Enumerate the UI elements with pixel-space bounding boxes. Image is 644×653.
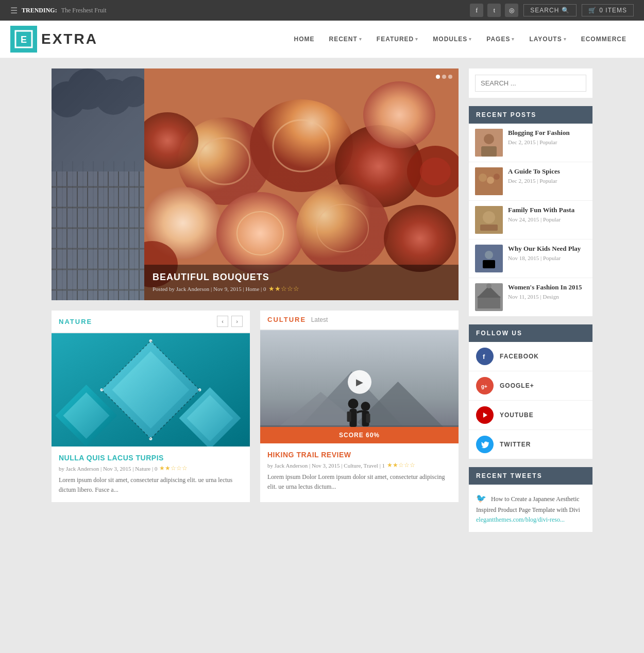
hero-caption-title: BEAUTIFUL BOUQUETS <box>152 272 450 283</box>
svg-point-31 <box>363 81 435 148</box>
modules-arrow-icon: ▾ <box>469 37 472 42</box>
hero-rating: ★★☆☆☆ <box>268 285 299 293</box>
svg-text:E: E <box>21 35 27 45</box>
follow-youtube[interactable]: YOUTUBE <box>469 401 592 430</box>
nav-modules[interactable]: MODULES ▾ <box>426 30 479 48</box>
sidebar-search-input[interactable] <box>475 75 586 92</box>
youtube-label: YOUTUBE <box>500 411 534 419</box>
youtube-follow-icon <box>476 406 494 424</box>
nature-column: NATURE ‹ › <box>52 311 250 502</box>
post-thumb-2 <box>475 167 503 195</box>
recent-arrow-icon: ▾ <box>359 37 362 42</box>
post-title-1: Blogging For Fashion <box>508 129 586 138</box>
play-button[interactable]: ▶ <box>348 370 371 394</box>
svg-point-78 <box>485 251 493 259</box>
svg-point-38 <box>420 158 451 185</box>
culture-title-group: CULTURE Latest <box>267 316 328 324</box>
menu-icon[interactable]: ☰ <box>10 6 18 15</box>
follow-widget: FOLLOW US f FACEBOOK g+ GOOGLE+ YOUTUBE <box>469 324 592 459</box>
hero-left-image <box>52 68 144 300</box>
recent-post-4[interactable]: Why Our Kids Need Play Nov 18, 2015 | Po… <box>469 239 592 278</box>
svg-marker-86 <box>483 413 487 418</box>
hero-dot-2[interactable] <box>442 75 446 79</box>
tweets-header: RECENT TWEETS <box>469 467 592 485</box>
nature-card-title: NULLA QUIS LACUS TURPIS <box>59 454 243 462</box>
svg-rect-76 <box>480 225 498 231</box>
post-info-4: Why Our Kids Need Play Nov 18, 2015 | Po… <box>508 245 586 261</box>
tweet-bird-icon: 🐦 <box>476 494 486 503</box>
nature-next-button[interactable]: › <box>231 316 243 327</box>
featured-arrow-icon: ▾ <box>415 37 418 42</box>
facebook-topbar-icon[interactable]: f <box>470 4 483 17</box>
recent-posts-header: RECENT POSTS <box>469 106 592 124</box>
post-thumb-3 <box>475 206 503 234</box>
pages-arrow-icon: ▾ <box>512 37 515 42</box>
svg-point-30 <box>384 205 456 272</box>
svg-rect-81 <box>478 296 500 308</box>
nature-nav-arrows: ‹ › <box>217 316 243 327</box>
post-meta-5: Nov 11, 2015 | Design <box>508 294 586 300</box>
main-nav: HOME RECENT ▾ FEATURED ▾ MODULES ▾ PAGES… <box>287 30 634 48</box>
post-thumb-1 <box>475 129 503 157</box>
hero-dot-1[interactable] <box>436 75 440 79</box>
hero-slider[interactable]: BEAUTIFUL BOUQUETS Posted by Jack Anders… <box>52 68 459 300</box>
nature-card-body: NULLA QUIS LACUS TURPIS by Jack Anderson… <box>52 446 250 502</box>
hero-slider-left-panel <box>52 68 144 300</box>
hero-dot-3[interactable] <box>448 75 452 79</box>
post-info-2: A Guide To Spices Dec 2, 2015 | Popular <box>508 167 586 184</box>
two-col-section: NATURE ‹ › <box>52 311 459 502</box>
tweets-widget: RECENT TWEETS 🐦 How to Create a Japanese… <box>469 467 592 532</box>
svg-rect-65 <box>347 411 351 422</box>
nature-card-image <box>52 333 250 446</box>
nav-recent[interactable]: RECENT ▾ <box>322 30 369 48</box>
post-meta-3: Nov 24, 2015 | Popular <box>508 216 586 222</box>
svg-point-75 <box>483 211 495 224</box>
recent-post-5[interactable]: Women's Fashion In 2015 Nov 11, 2015 | D… <box>469 278 592 316</box>
recent-post-3[interactable]: Family Fun With Pasta Nov 24, 2015 | Pop… <box>469 201 592 239</box>
nav-featured[interactable]: FEATURED ▾ <box>369 30 426 48</box>
follow-twitter[interactable]: TWITTER <box>469 430 592 459</box>
tweet-link[interactable]: elegantthemes.com/blog/divi-reso... <box>476 516 565 523</box>
nav-pages[interactable]: PAGES ▾ <box>479 30 522 48</box>
follow-googleplus[interactable]: g+ GOOGLE+ <box>469 371 592 401</box>
nav-ecommerce[interactable]: ECOMMERCE <box>574 30 634 48</box>
score-bar: SCORE 60% <box>260 427 459 443</box>
nav-home[interactable]: HOME <box>287 30 322 48</box>
svg-rect-66 <box>366 414 370 423</box>
nature-card-meta: by Jack Anderson | Nov 3, 2015 | Nature … <box>59 465 243 472</box>
recent-posts-widget: RECENT POSTS Blogging For Fashion Dec 2,… <box>469 106 592 316</box>
twitter-follow-icon <box>476 436 494 453</box>
svg-point-73 <box>494 174 500 180</box>
search-button[interactable]: SEARCH 🔍 <box>523 4 577 16</box>
culture-card-image: ▶ SCORE 60% <box>260 330 459 443</box>
svg-point-28 <box>216 192 304 274</box>
recent-post-2[interactable]: A Guide To Spices Dec 2, 2015 | Popular <box>469 162 592 201</box>
twitter-topbar-icon[interactable]: t <box>487 4 501 17</box>
recent-post-1[interactable]: Blogging For Fashion Dec 2, 2015 | Popul… <box>469 124 592 162</box>
culture-subtitle: Latest <box>311 316 328 323</box>
culture-card-title: HIKING TRAIL REVIEW <box>267 451 451 459</box>
culture-card-meta: by Jack Anderson | Nov 3, 2015 | Culture… <box>267 461 451 469</box>
cart-button[interactable]: 🛒 0 ITEMS <box>582 4 634 16</box>
post-title-4: Why Our Kids Need Play <box>508 245 586 253</box>
svg-point-72 <box>487 177 494 184</box>
svg-text:f: f <box>483 353 485 360</box>
svg-point-61 <box>348 399 359 409</box>
instagram-topbar-icon[interactable]: ◎ <box>505 4 518 17</box>
nav-layouts[interactable]: LAYOUTS ▾ <box>522 30 573 48</box>
follow-facebook[interactable]: f FACEBOOK <box>469 342 592 371</box>
nature-section-header: NATURE ‹ › <box>52 311 250 333</box>
nature-prev-button[interactable]: ‹ <box>217 316 228 327</box>
main-container: BEAUTIFUL BOUQUETS Posted by Jack Anders… <box>44 68 600 540</box>
top-bar-left: ☰ TRENDING: The Freshest Fruit <box>10 6 107 15</box>
post-title-3: Family Fun With Pasta <box>508 206 586 215</box>
culture-card-text: Lorem ipsum Dolor Lorem ipsum dolor sit … <box>267 472 451 492</box>
svg-point-68 <box>484 134 494 144</box>
logo[interactable]: E EXTRA <box>10 26 98 53</box>
culture-card-stars: ★★☆☆☆ <box>387 461 415 469</box>
culture-title: CULTURE <box>267 316 306 323</box>
search-icon: 🔍 <box>562 7 570 14</box>
post-title-5: Women's Fashion In 2015 <box>508 283 586 292</box>
post-thumb-4 <box>475 245 503 272</box>
nature-card-stars: ★★☆☆☆ <box>159 465 188 472</box>
